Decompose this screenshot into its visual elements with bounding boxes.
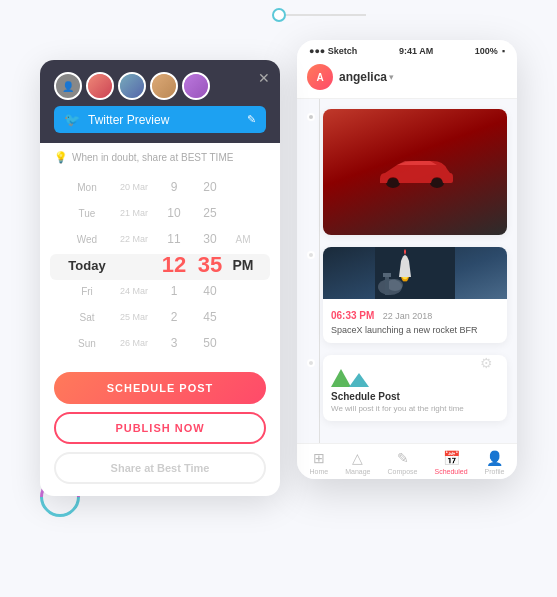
posts-timeline: 12:35 PM 21 Jan 2018 Tesla Roadster to h…: [297, 99, 517, 443]
post-info-2: 06:33 PM 22 Jan 2018 SpaceX launching a …: [323, 299, 507, 343]
best-time-button[interactable]: Share at Best Time: [54, 452, 266, 484]
picker-date-1: 21 Mar: [112, 200, 156, 226]
username-label: angelica: [339, 70, 387, 84]
timeline-dot-schedule: [307, 359, 315, 367]
timeline-item-1: 12:35 PM 21 Jan 2018 Tesla Roadster to h…: [307, 109, 507, 235]
nav-manage-label: Manage: [345, 468, 370, 475]
card-header: 👤 ✕ 🐦 Twitter Preview ✎: [40, 60, 280, 143]
time-display: 9:41 AM: [399, 46, 433, 56]
picker-min-1: 25: [192, 200, 228, 226]
post-title-2: SpaceX launching a new rocket BFR: [331, 325, 499, 337]
nav-home[interactable]: ⊞ Home: [310, 450, 329, 475]
post-date-2: 22 Jan 2018: [383, 311, 433, 321]
picker-date-today: [112, 252, 156, 278]
bg-line-top: [286, 14, 366, 16]
dropdown-chevron[interactable]: ▾: [389, 72, 394, 82]
bulb-icon: 💡: [54, 151, 68, 164]
nav-compose[interactable]: ✎ Compose: [388, 450, 418, 475]
picker-hour-0: 9: [156, 174, 192, 200]
picker-day-today: Today: [62, 252, 112, 278]
timeline-dot-1: [307, 113, 315, 121]
picker-ampm-0: [228, 174, 258, 200]
picker-day-0: Mon: [62, 174, 112, 200]
publish-now-button[interactable]: PUBLISH NOW: [54, 412, 266, 444]
post-card-2: 06:33 PM 22 Jan 2018 SpaceX launching a …: [323, 247, 507, 343]
scheduler-card: 👤 ✕ 🐦 Twitter Preview ✎ 💡 When in doubt,…: [40, 60, 280, 496]
svg-rect-6: [383, 273, 391, 277]
post-image-2: [323, 247, 507, 299]
status-bar: ●●● Sketch 9:41 AM 100% ▪: [297, 40, 517, 60]
rocket-svg: [375, 247, 455, 299]
picker-date-0: 20 Mar: [112, 174, 156, 200]
scheduled-icon: 📅: [443, 450, 460, 466]
schedule-post-button[interactable]: SCHEDULE POST: [54, 372, 266, 404]
close-button[interactable]: ✕: [258, 70, 270, 86]
picker-min-4: 40: [192, 278, 228, 304]
picker-ampm-5: [228, 304, 258, 330]
post-image-1: [323, 109, 507, 235]
nav-manage[interactable]: △ Manage: [345, 450, 370, 475]
day-column[interactable]: Mon Tue Wed Today Fri Sat Sun: [62, 174, 112, 356]
best-time-hint: 💡 When in doubt, share at BEST TIME: [40, 143, 280, 168]
picker-hour-5: 2: [156, 304, 192, 330]
picker-day-6: Sun: [62, 330, 112, 356]
battery-percent: 100%: [475, 46, 498, 56]
svg-rect-5: [385, 275, 389, 295]
timeline-item-2: 06:33 PM 22 Jan 2018 SpaceX launching a …: [307, 247, 507, 343]
picker-hour-6: 3: [156, 330, 192, 356]
picker-hour-today: 12: [156, 252, 192, 278]
schedule-desc: We will post it for you at the right tim…: [331, 404, 499, 413]
user-avatar: A: [307, 64, 333, 90]
hour-column[interactable]: 9 10 11 12 1 2 3: [156, 174, 192, 356]
manage-icon: △: [352, 450, 363, 466]
ampm-column[interactable]: AM PM: [228, 174, 258, 356]
timeline-item-schedule: Schedule Post We will post it for you at…: [307, 355, 507, 421]
signal-status: ●●● Sketch: [309, 46, 357, 56]
twitter-icon: 🐦: [64, 112, 80, 127]
picker-ampm-6: [228, 330, 258, 356]
picker-date-4: 24 Mar: [112, 278, 156, 304]
nav-scheduled[interactable]: 📅 Scheduled: [435, 450, 468, 475]
picker-day-1: Tue: [62, 200, 112, 226]
date-column[interactable]: 20 Mar 21 Mar 22 Mar 24 Mar 25 Mar 26 Ma…: [112, 174, 156, 356]
nav-compose-label: Compose: [388, 468, 418, 475]
picker-day-4: Fri: [62, 278, 112, 304]
battery-icon: ▪: [502, 46, 505, 56]
picker-min-5: 45: [192, 304, 228, 330]
picker-hour-2: 11: [156, 226, 192, 252]
picker-ampm-4: [228, 278, 258, 304]
picker-ampm-pm: PM: [228, 252, 258, 278]
avatars-row: 👤: [54, 72, 266, 100]
picker-date-6: 26 Mar: [112, 330, 156, 356]
nav-profile[interactable]: 👤 Profile: [485, 450, 505, 475]
home-icon: ⊞: [313, 450, 325, 466]
post-card-1: 12:35 PM 21 Jan 2018 Tesla Roadster to h…: [323, 109, 507, 235]
nav-profile-label: Profile: [485, 468, 505, 475]
picker-ampm-am: AM: [228, 226, 258, 252]
picker-day-5: Sat: [62, 304, 112, 330]
bottom-navigation: ⊞ Home △ Manage ✎ Compose 📅 Scheduled 👤 …: [297, 443, 517, 479]
schedule-mountains: [331, 369, 499, 387]
twitter-preview-bar: 🐦 Twitter Preview ✎: [54, 106, 266, 133]
twitter-edit-icon[interactable]: ✎: [247, 113, 256, 126]
picker-min-6: 50: [192, 330, 228, 356]
avatar-1: 👤: [54, 72, 82, 100]
time-picker[interactable]: Mon Tue Wed Today Fri Sat Sun 20 Mar 21 …: [40, 168, 280, 366]
picker-min-today: 35: [192, 252, 228, 278]
mountain-teal: [349, 373, 369, 387]
gear-icon[interactable]: ⚙: [480, 355, 493, 371]
svg-point-4: [387, 279, 403, 291]
avatar-5: [182, 72, 210, 100]
compose-icon: ✎: [397, 450, 409, 466]
timeline-dot-2: [307, 251, 315, 259]
post-time-2: 06:33 PM: [331, 310, 374, 321]
battery-status: 100% ▪: [475, 46, 505, 56]
picker-day-2: Wed: [62, 226, 112, 252]
mountain-green: [331, 369, 351, 387]
app-header: A angelica ▾: [297, 60, 517, 99]
minute-column[interactable]: 20 25 30 35 40 45 50: [192, 174, 228, 356]
nav-scheduled-label: Scheduled: [435, 468, 468, 475]
avatar-4: [150, 72, 178, 100]
bg-circle-top: [272, 8, 286, 22]
picker-hour-1: 10: [156, 200, 192, 226]
